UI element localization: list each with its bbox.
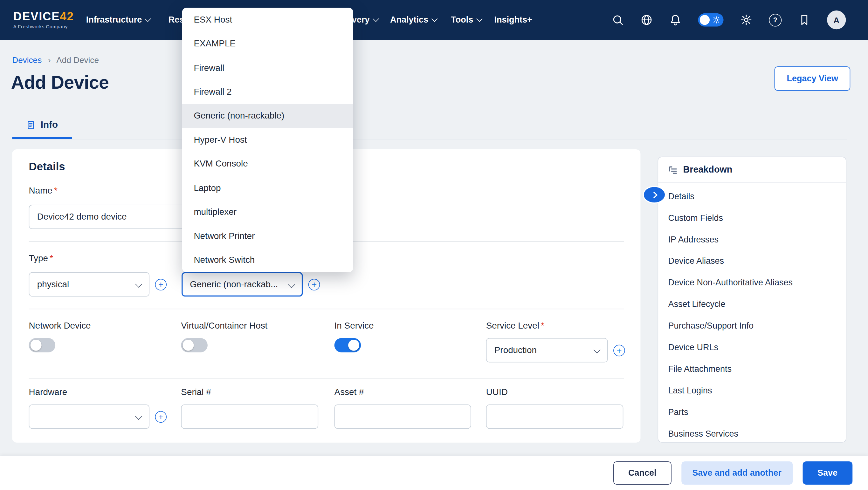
chevron-down-icon — [135, 413, 142, 420]
theme-toggle-knob — [700, 15, 710, 25]
breakdown-item-label: Device Aliases — [668, 256, 724, 266]
tab-info-label: Info — [41, 120, 58, 131]
notifications-icon[interactable] — [669, 14, 681, 26]
type-row: physical + Generic (non-rackab... + — [29, 272, 320, 297]
breakdown-item[interactable]: Device URLs — [658, 336, 846, 358]
dropdown-option[interactable]: Firewall — [182, 56, 353, 80]
dropdown-option-label: EXAMPLE — [194, 39, 236, 48]
service-level-value: Production — [494, 345, 537, 355]
subtype-select-value: Generic (non-rackab... — [190, 279, 278, 289]
add-hardware-button[interactable]: + — [155, 411, 166, 423]
settings-gear-icon[interactable] — [740, 14, 752, 26]
screen: DEVICE42 A Freshworks Company Infrastruc… — [0, 0, 868, 490]
cancel-button[interactable]: Cancel — [613, 461, 672, 485]
serial-input[interactable] — [181, 404, 318, 429]
nav-item[interactable]: Tools — [451, 15, 482, 25]
nav-item-label: Analytics — [390, 15, 428, 25]
legacy-view-button[interactable]: Legacy View — [775, 66, 850, 91]
theme-toggle[interactable] — [698, 13, 723, 27]
help-icon[interactable]: ? — [769, 14, 781, 26]
logo-tagline: A Freshworks Company — [13, 24, 74, 29]
page-title: Add Device — [11, 72, 109, 93]
dropdown-option[interactable]: KVM Console — [182, 152, 353, 176]
tab-info[interactable]: Info — [12, 113, 72, 139]
breakdown-item[interactable]: Asset Lifecycle — [658, 293, 846, 315]
globe-icon[interactable] — [640, 14, 652, 26]
panel-collapse-button[interactable] — [643, 186, 666, 204]
add-type-button[interactable]: + — [155, 279, 166, 290]
save-button[interactable]: Save — [803, 461, 852, 485]
breakdown-panel: Breakdown Details Custom Fields IP Addre… — [657, 157, 846, 443]
breakdown-item[interactable]: Business Services — [658, 423, 846, 443]
dropdown-option[interactable]: Generic (non-rackable) — [182, 104, 353, 128]
dropdown-option-label: Network Switch — [194, 255, 255, 265]
dropdown-option[interactable]: Network Switch — [182, 248, 353, 272]
nav-item-label: Tools — [451, 15, 473, 25]
nav-item[interactable]: Infrastructure — [86, 15, 150, 25]
breakdown-item[interactable]: IP Addresses — [658, 228, 846, 250]
uuid-input[interactable] — [486, 404, 623, 429]
breakdown-item[interactable]: Last Logins — [658, 380, 846, 401]
breakdown-item[interactable]: Purchase/Support Info — [658, 315, 846, 336]
breakdown-item[interactable]: Custom Fields — [658, 207, 846, 228]
in-service-cell: In Service — [335, 321, 486, 363]
dropdown-option[interactable]: Hyper-V Host — [182, 128, 353, 152]
dropdown-option[interactable]: Firewall 2 — [182, 80, 353, 104]
dropdown-option-label: Firewall 2 — [194, 87, 231, 97]
breadcrumb-current: Add Device — [56, 55, 99, 65]
tabs-bar: Info — [12, 113, 847, 139]
subtype-select[interactable]: Generic (non-rackab... — [182, 272, 303, 297]
breakdown-item[interactable]: File Attachments — [658, 358, 846, 380]
breadcrumb-devices-link[interactable]: Devices — [12, 55, 42, 65]
virtual-host-cell: Virtual/Container Host — [181, 321, 334, 363]
chevron-down-icon — [476, 15, 483, 22]
network-device-toggle[interactable] — [29, 338, 56, 352]
add-service-level-button[interactable]: + — [613, 345, 625, 356]
dropdown-option[interactable]: Network Printer — [182, 224, 353, 248]
nav-item[interactable]: Insights+ — [494, 15, 532, 25]
breakdown-item[interactable]: Parts — [658, 401, 846, 423]
breakdown-item[interactable]: Device Non-Authoritative Aliases — [658, 272, 846, 293]
breadcrumb-separator: › — [48, 55, 51, 65]
subtype-dropdown-list: ESX Host EXAMPLE Firewall Firewall 2 Gen… — [182, 8, 353, 272]
dropdown-option[interactable]: ESX Host — [182, 8, 353, 32]
breakdown-item-label: File Attachments — [668, 364, 731, 374]
dropdown-option-label: Laptop — [194, 183, 221, 193]
type-select[interactable]: physical — [29, 272, 150, 297]
network-device-cell: Network Device — [29, 321, 181, 363]
device42-logo[interactable]: DEVICE42 A Freshworks Company — [13, 10, 74, 29]
toggle-knob — [31, 340, 42, 351]
required-marker: * — [50, 253, 53, 263]
chevron-down-icon — [288, 281, 295, 288]
navbar-actions: ? A — [612, 0, 846, 40]
breakdown-header: Breakdown — [658, 157, 846, 183]
add-subtype-button[interactable]: + — [308, 279, 320, 290]
dropdown-option-label: Generic (non-rackable) — [194, 111, 284, 121]
dropdown-option[interactable]: multiplexer — [182, 200, 353, 224]
breakdown-list-icon — [668, 165, 678, 174]
dropdown-option[interactable]: Laptop — [182, 176, 353, 200]
nav-item[interactable]: Analytics — [390, 15, 437, 25]
breakdown-item[interactable]: Details — [658, 185, 846, 207]
dropdown-option-label: KVM Console — [194, 159, 248, 169]
logo-text: DEVICE42 — [13, 10, 74, 23]
asset-label: Asset # — [335, 387, 486, 397]
toggle-knob — [183, 340, 194, 351]
bookmark-icon[interactable] — [798, 14, 810, 26]
hardware-select[interactable] — [29, 404, 150, 429]
required-marker: * — [54, 186, 58, 195]
virtual-host-label: Virtual/Container Host — [181, 321, 334, 331]
footer-action-bar: Cancel Save and add another Save — [0, 456, 868, 490]
save-and-add-another-button[interactable]: Save and add another — [681, 461, 793, 485]
virtual-host-toggle[interactable] — [181, 338, 208, 352]
breakdown-item[interactable]: Device Aliases — [658, 250, 846, 272]
dropdown-option-label: multiplexer — [194, 207, 237, 217]
in-service-label: In Service — [335, 321, 486, 331]
search-icon[interactable] — [612, 14, 624, 26]
breakdown-item-label: Last Logins — [668, 386, 712, 395]
dropdown-option[interactable]: EXAMPLE — [182, 32, 353, 56]
user-avatar[interactable]: A — [827, 10, 846, 29]
in-service-toggle[interactable] — [335, 338, 361, 352]
service-level-select[interactable]: Production — [486, 338, 608, 363]
asset-input[interactable] — [335, 404, 471, 429]
